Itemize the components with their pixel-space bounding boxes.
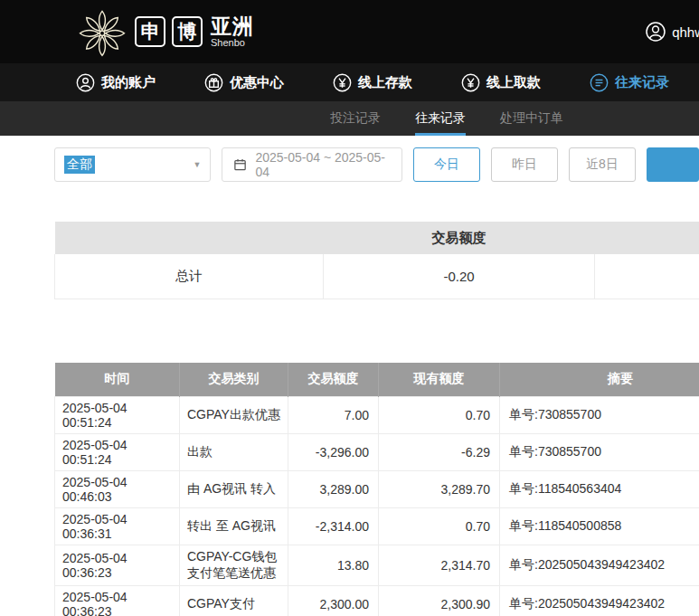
deposit-icon bbox=[333, 73, 352, 92]
nav-item-transaction-records[interactable]: 往来记录 bbox=[590, 73, 669, 92]
table-row: 2025-05-04 00:36:23 CGPAY支付 2,300.00 2,3… bbox=[55, 586, 699, 616]
cell-summary: 单号:118540563404 bbox=[500, 471, 699, 508]
cell-time: 2025-05-04 00:51:24 bbox=[55, 397, 180, 434]
filter-row: 全部 ▼ 2025-05-04 ~ 2025-05-04 今日 昨日 近8日 bbox=[0, 136, 699, 182]
cell-time: 2025-05-04 00:36:31 bbox=[55, 508, 180, 545]
cell-summary: 单号:118540500858 bbox=[500, 508, 699, 545]
summary-total-value: -0.20 bbox=[324, 254, 595, 299]
tab-label: 投注记录 bbox=[330, 110, 381, 127]
nav-item-label: 往来记录 bbox=[615, 74, 669, 91]
table-row: 2025-05-04 00:36:31 转出 至 AG视讯 -2,314.00 … bbox=[55, 508, 699, 545]
transactions-table: 时间 交易类别 交易额度 现有额度 摘要 2025-05-04 00:51:24… bbox=[54, 363, 699, 616]
records-tab-bar: 投注记录 往来记录 处理中订单 bbox=[0, 101, 699, 136]
username-text: qhhw bbox=[672, 24, 699, 40]
search-button[interactable] bbox=[647, 147, 699, 182]
col-header-amount: 交易额度 bbox=[288, 363, 379, 397]
nav-item-withdraw[interactable]: 线上取款 bbox=[461, 73, 541, 92]
tab-betting-records[interactable]: 投注记录 bbox=[330, 101, 381, 136]
tab-label: 往来记录 bbox=[415, 110, 466, 127]
cell-time: 2025-05-04 00:51:24 bbox=[55, 434, 180, 471]
summary-table: 交易额度 总计 -0.20 bbox=[54, 222, 699, 299]
nav-item-deposit[interactable]: 线上存款 bbox=[333, 73, 412, 92]
records-icon bbox=[590, 73, 609, 92]
col-header-time: 时间 bbox=[55, 363, 180, 397]
withdraw-icon bbox=[461, 73, 480, 92]
col-header-type: 交易类别 bbox=[180, 363, 288, 397]
nav-item-label: 优惠中心 bbox=[230, 74, 284, 91]
nav-item-label: 我的账户 bbox=[101, 74, 156, 91]
cell-amount: 7.00 bbox=[288, 397, 379, 434]
calendar-icon bbox=[233, 157, 247, 172]
summary-total-row: 总计 -0.20 bbox=[55, 254, 699, 299]
cell-time: 2025-05-04 00:36:23 bbox=[55, 545, 180, 586]
logo-char-bo: 博 bbox=[172, 16, 203, 47]
cell-type: 出款 bbox=[180, 434, 288, 471]
cell-balance: 0.70 bbox=[379, 508, 500, 545]
category-dropdown[interactable]: 全部 ▼ bbox=[54, 147, 211, 182]
gift-icon bbox=[204, 73, 223, 92]
cell-type: CGPAY出款优惠 bbox=[180, 397, 288, 434]
category-selected-value: 全部 bbox=[64, 156, 95, 174]
cell-time: 2025-05-04 00:36:23 bbox=[55, 586, 180, 616]
yesterday-button[interactable]: 昨日 bbox=[491, 147, 558, 182]
cell-amount: -3,296.00 bbox=[288, 434, 379, 471]
tab-pending-orders[interactable]: 处理中订单 bbox=[500, 101, 563, 136]
cell-summary: 单号:730855700 bbox=[500, 434, 699, 471]
date-range-input[interactable]: 2025-05-04 ~ 2025-05-04 bbox=[222, 147, 402, 182]
cell-amount: 2,300.00 bbox=[288, 586, 379, 616]
cell-balance: -6.29 bbox=[379, 434, 500, 471]
user-icon bbox=[76, 73, 95, 92]
cell-summary: 单号:202505043949423402 bbox=[500, 586, 699, 616]
nav-item-label: 线上存款 bbox=[358, 74, 412, 91]
cell-balance: 3,289.70 bbox=[379, 471, 500, 508]
col-header-summary: 摘要 bbox=[500, 363, 699, 397]
col-header-balance: 现有额度 bbox=[379, 363, 500, 397]
tab-label: 处理中订单 bbox=[500, 110, 563, 127]
logo-region-text: 亚洲 bbox=[211, 15, 254, 37]
cell-type: 转出 至 AG视讯 bbox=[180, 508, 288, 545]
summary-header-row: 交易额度 bbox=[55, 222, 699, 254]
summary-empty-cell bbox=[595, 254, 699, 299]
cell-amount: 3,289.00 bbox=[288, 471, 379, 508]
table-row: 2025-05-04 00:36:23 CGPAY-CG钱包支付笔笔送优惠 13… bbox=[55, 545, 699, 586]
summary-header-amount: 交易额度 bbox=[324, 222, 595, 254]
user-account-area[interactable]: qhhw bbox=[645, 21, 699, 43]
lotus-flower-icon bbox=[76, 5, 128, 58]
summary-header-spacer bbox=[55, 222, 324, 254]
date-range-value: 2025-05-04 ~ 2025-05-04 bbox=[255, 150, 391, 179]
cell-amount: 13.80 bbox=[288, 545, 379, 586]
cell-summary: 单号:730855700 bbox=[500, 397, 699, 434]
last-8-days-button[interactable]: 近8日 bbox=[569, 147, 636, 182]
cell-balance: 2,300.90 bbox=[379, 586, 500, 616]
logo-char-shen: 申 bbox=[135, 16, 165, 47]
nav-item-my-account[interactable]: 我的账户 bbox=[76, 73, 156, 92]
table-row: 2025-05-04 00:51:24 CGPAY出款优惠 7.00 0.70 … bbox=[55, 397, 699, 434]
top-bar: 申 博 亚洲 Shenbo qhhw bbox=[0, 0, 699, 63]
table-row: 2025-05-04 00:46:03 由 AG视讯 转入 3,289.00 3… bbox=[55, 471, 699, 508]
cell-type: CGPAY支付 bbox=[180, 586, 288, 616]
tab-transaction-records[interactable]: 往来记录 bbox=[415, 101, 466, 136]
summary-total-label: 总计 bbox=[55, 254, 324, 299]
logo-subtitle-text: Shenbo bbox=[211, 37, 254, 48]
cell-type: CGPAY-CG钱包支付笔笔送优惠 bbox=[180, 545, 288, 586]
cell-type: 由 AG视讯 转入 bbox=[180, 471, 288, 508]
table-row: 2025-05-04 00:51:24 出款 -3,296.00 -6.29 单… bbox=[55, 434, 699, 471]
chevron-down-icon: ▼ bbox=[193, 160, 201, 169]
cell-balance: 0.70 bbox=[379, 397, 500, 434]
cell-summary: 单号:202505043949423402 bbox=[500, 545, 699, 586]
user-avatar-icon bbox=[645, 21, 666, 43]
cell-time: 2025-05-04 00:46:03 bbox=[55, 471, 180, 508]
today-button[interactable]: 今日 bbox=[413, 147, 480, 182]
transactions-header-row: 时间 交易类别 交易额度 现有额度 摘要 bbox=[55, 363, 699, 397]
cell-balance: 2,314.70 bbox=[379, 545, 500, 586]
cell-amount: -2,314.00 bbox=[288, 508, 379, 545]
nav-item-label: 线上取款 bbox=[486, 74, 541, 91]
brand-logo[interactable]: 申 博 亚洲 Shenbo bbox=[76, 5, 254, 58]
nav-item-promotions[interactable]: 优惠中心 bbox=[204, 73, 284, 92]
summary-header-spacer bbox=[595, 222, 699, 254]
main-navigation: 我的账户 优惠中心 线上存款 线上取款 往来 bbox=[0, 63, 699, 101]
